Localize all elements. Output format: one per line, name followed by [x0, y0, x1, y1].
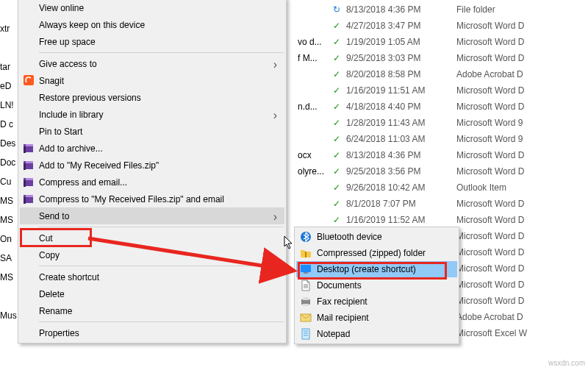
file-type: Microsoft Word D [456, 99, 588, 115]
sidebar-label-fragment: Mus [0, 310, 17, 330]
winrar-icon [23, 193, 35, 204]
menu-item-delete[interactable]: Delete [20, 285, 284, 302]
file-type: Microsoft Word 9 [456, 115, 588, 131]
winrar-icon [23, 142, 35, 154]
submenu-item-label: Desktop (create shortcut) [317, 264, 416, 274]
menu-item-label: View online [39, 3, 84, 13]
menu-item-free-up-space[interactable]: Free up space [20, 33, 284, 50]
file-date: 1/28/2019 11:43 AM [346, 115, 456, 131]
menu-item-restore-previous-versions[interactable]: Restore previous versions [20, 89, 284, 106]
menu-item-always-keep-on-this-device[interactable]: Always keep on this device [20, 16, 284, 33]
menu-item-snagit[interactable]: Snagit [20, 72, 284, 89]
menu-item-send-to[interactable]: Send to› [20, 207, 284, 224]
submenu-item-label: Bluetooth device [317, 232, 382, 242]
sidebar-label-fragment: xtr [0, 24, 17, 43]
menu-item-label: Send to [39, 211, 69, 221]
menu-item-properties[interactable]: Properties [20, 324, 284, 341]
notepad-icon [300, 328, 312, 340]
submenu-item-fax-recipient[interactable]: Fax recipient [296, 293, 457, 310]
menu-separator [39, 227, 284, 227]
chevron-right-icon: › [273, 58, 277, 71]
svg-rect-20 [304, 272, 308, 274]
file-date: 8/13/2018 4:36 PM [346, 1, 456, 18]
menu-item-create-shortcut[interactable]: Create shortcut [20, 268, 284, 285]
winrar-icon [23, 159, 35, 171]
submenu-item-desktop-create-shortcut[interactable]: Desktop (create shortcut) [296, 261, 457, 277]
file-type: Microsoft Word D [456, 34, 588, 50]
sidebar-label-fragment: D c [0, 119, 17, 138]
available-icon: ✓ [327, 50, 346, 66]
context-menu[interactable]: View onlineAlways keep on this deviceFre… [18, 0, 287, 344]
file-type: Microsoft Word D [456, 163, 588, 179]
available-icon: ✓ [327, 212, 346, 228]
file-date: 1/16/2019 11:52 AM [346, 212, 456, 228]
watermark-text: wsxdn.com [548, 359, 585, 367]
file-type: Outlook Item [456, 179, 588, 196]
sidebar-label-fragment: Doc [0, 157, 17, 177]
sidebar-label-fragment [0, 330, 17, 349]
file-type: Microsoft Word D [456, 196, 588, 212]
menu-item-compress-and-email[interactable]: Compress and email... [20, 174, 284, 191]
file-type: Microsoft Word D [456, 82, 588, 99]
available-icon: ✓ [327, 196, 346, 212]
menu-item-label: Cut [39, 233, 53, 243]
svg-rect-28 [302, 329, 309, 339]
sidebar-label-fragment: SA [0, 253, 17, 272]
submenu-item-label: Documents [317, 280, 362, 291]
menu-item-copy[interactable]: Copy [20, 246, 284, 263]
send-to-submenu[interactable]: Bluetooth deviceCompressed (zipped) fold… [294, 227, 459, 344]
menu-item-add-to-my-received-files-zip[interactable]: Add to "My Received Files.zip" [20, 157, 284, 174]
available-icon: ✓ [327, 147, 346, 163]
svg-rect-18 [305, 252, 306, 257]
menu-item-give-access-to[interactable]: Give access to› [20, 55, 284, 72]
chevron-right-icon: › [273, 210, 277, 224]
file-type: Microsoft Word D [456, 50, 588, 66]
menu-item-label: Include in library [39, 110, 103, 120]
file-type: Microsoft Word D [456, 147, 588, 163]
file-date: 4/27/2018 3:47 PM [346, 18, 456, 34]
menu-item-view-online[interactable]: View online [20, 0, 284, 16]
menu-item-compress-to-my-received-files-zip-and-email[interactable]: Compress to "My Received Files.zip" and … [20, 191, 284, 207]
menu-item-label: Compress and email... [39, 177, 127, 188]
svg-rect-25 [303, 297, 309, 300]
menu-item-include-in-library[interactable]: Include in library› [20, 106, 284, 123]
svg-rect-12 [24, 178, 26, 180]
file-type: Microsoft Word D [456, 293, 588, 309]
sidebar-label-fragment: eD [0, 81, 17, 100]
submenu-item-notepad[interactable]: Notepad [296, 326, 457, 342]
svg-rect-15 [24, 197, 26, 204]
chevron-right-icon: › [273, 109, 277, 122]
menu-item-label: Always keep on this device [39, 20, 145, 30]
menu-separator [39, 52, 284, 53]
svg-rect-19 [301, 265, 311, 272]
menu-item-label: Add to archive... [39, 143, 103, 154]
svg-rect-8 [24, 161, 26, 163]
menu-item-label: Create shortcut [39, 272, 99, 282]
available-icon: ✓ [327, 18, 346, 34]
menu-item-cut[interactable]: Cut [20, 230, 284, 246]
submenu-item-compressed-zipped-folder[interactable]: Compressed (zipped) folder [296, 245, 457, 261]
svg-rect-11 [24, 180, 26, 187]
sidebar-label-fragment: MS [0, 272, 17, 291]
desktop-icon [300, 263, 312, 275]
file-date: 9/25/2018 3:56 PM [346, 163, 456, 179]
submenu-item-documents[interactable]: Documents [296, 277, 457, 293]
file-date: 6/24/2018 11:03 AM [346, 131, 456, 147]
submenu-item-label: Mail recipient [317, 313, 369, 323]
available-icon: ✓ [327, 66, 346, 82]
menu-item-label: Give access to [39, 59, 97, 69]
menu-item-pin-to-start[interactable]: Pin to Start [20, 123, 284, 140]
submenu-item-label: Notepad [317, 329, 350, 339]
menu-item-label: Delete [39, 289, 65, 299]
file-type: Microsoft Word D [456, 260, 588, 277]
submenu-item-mail-recipient[interactable]: Mail recipient [296, 310, 457, 326]
menu-item-rename[interactable]: Rename [20, 302, 284, 319]
menu-item-label: Snagit [39, 76, 64, 86]
menu-item-add-to-archive[interactable]: Add to archive... [20, 140, 284, 157]
sidebar-label-fragment: MS [0, 196, 17, 215]
available-icon: ✓ [327, 131, 346, 147]
svg-rect-24 [301, 299, 310, 305]
submenu-item-bluetooth-device[interactable]: Bluetooth device [296, 229, 457, 245]
sidebar-label-fragment [0, 4, 17, 24]
sync-icon: ↻ [327, 1, 346, 18]
